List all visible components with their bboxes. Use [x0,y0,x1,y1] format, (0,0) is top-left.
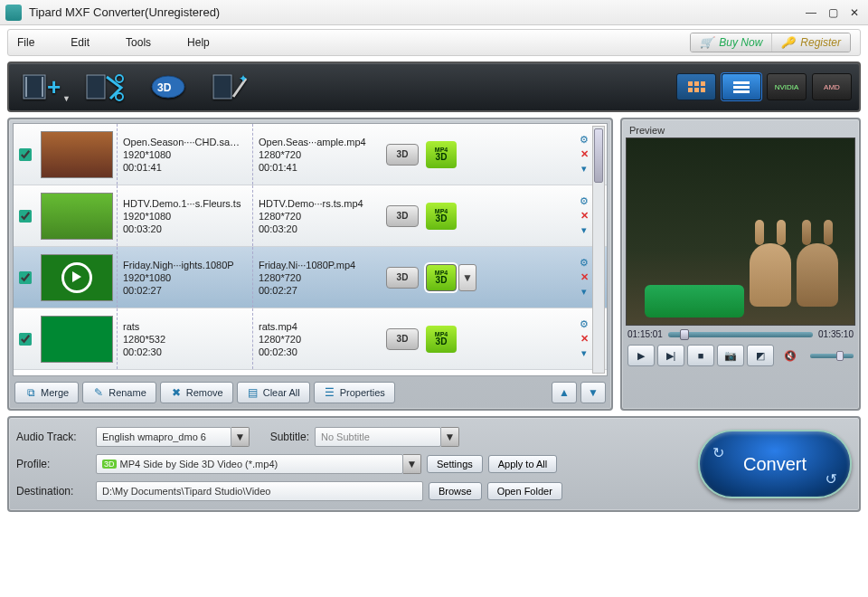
effect-button[interactable]: ✦ [206,69,257,105]
close-button[interactable]: ✕ [846,6,863,19]
format-badge[interactable]: MP43D [426,203,457,230]
open-folder-button[interactable]: Open Folder [487,482,562,500]
3d-badge[interactable]: 3D [386,328,419,350]
preview-video[interactable] [626,137,855,326]
format-dropdown[interactable]: ▼ [458,264,476,291]
file-checkbox[interactable] [19,271,32,284]
file-row[interactable]: HDTV.Demo.1···s.Fleurs.ts1920*108000:03:… [14,185,607,247]
menu-tools[interactable]: Tools [126,36,151,49]
dropdown-icon[interactable]: ▼ [403,454,421,474]
menu-file[interactable]: File [17,36,34,49]
volume-slider[interactable] [810,354,854,358]
gear-icon[interactable]: ⚙ [578,257,590,270]
3d-button[interactable]: 3D [143,69,193,105]
remove-label: Remove [186,387,223,398]
add-file-button[interactable]: + ▼ [16,69,67,105]
seek-knob[interactable] [680,329,689,340]
dropdown-icon[interactable]: ▼ [231,427,250,447]
settings-button[interactable]: Settings [427,455,483,473]
svg-text:+: + [47,73,61,100]
trim-button[interactable] [80,69,130,105]
src-filename: Open.Season····CHD.sample [123,137,247,147]
file-row[interactable]: Open.Season····CHD.sample1920*108000:01:… [14,124,607,185]
file-thumbnail[interactable] [41,254,113,301]
svg-rect-1 [25,77,27,97]
key-icon: 🔑 [781,36,795,49]
file-row[interactable]: rats1280*53200:02:30rats.mp41280*72000:0… [14,308,607,370]
seek-slider[interactable] [668,332,813,337]
step-button[interactable]: ▶| [657,345,684,366]
subtitle-label: Subtitle: [255,431,309,443]
subtitle-select[interactable]: No Subtitle [315,427,441,447]
src-resolution: 1920*1080 [123,149,247,160]
gear-icon[interactable]: ⚙ [578,195,590,208]
profile-select[interactable]: 3DMP4 Side by Side 3D Video (*.mp4) [96,454,403,474]
3d-badge[interactable]: 3D [386,144,419,166]
file-row[interactable]: Friday.Nigh···ights.1080P1920*108000:02:… [14,247,607,308]
expand-icon[interactable]: ▾ [578,224,590,237]
3d-badge[interactable]: 3D [386,267,419,289]
format-badge[interactable]: MP43D [426,326,457,353]
audio-track-select[interactable]: English wmapro_dmo 6 [96,427,231,447]
menu-help[interactable]: Help [187,36,210,49]
menubar: File Edit Tools Help 🛒 Buy Now 🔑 Registe… [7,29,861,56]
app-icon [5,5,22,21]
properties-button[interactable]: ☰Properties [314,382,395,403]
register-button[interactable]: 🔑 Register [771,33,850,52]
menu-edit[interactable]: Edit [71,36,90,49]
rename-button[interactable]: ✎Rename [82,382,156,403]
move-down-button[interactable]: ▼ [580,382,606,403]
scrollbar[interactable] [592,126,605,374]
amd-indicator[interactable]: AMD [812,73,852,100]
file-checkbox[interactable] [19,148,32,161]
stop-button[interactable]: ■ [687,345,714,366]
mute-button[interactable]: 🔇 [777,345,804,366]
expand-icon[interactable]: ▾ [578,286,590,298]
nvidia-indicator[interactable]: NVIDIA [767,73,807,100]
expand-icon[interactable]: ▾ [578,347,590,360]
clear-label: Clear All [263,387,300,398]
svg-text:3D: 3D [157,81,172,94]
compare-button[interactable]: ◩ [747,345,774,366]
move-up-button[interactable]: ▲ [552,382,577,403]
destination-input[interactable]: D:\My Documents\Tipard Studio\Video [96,481,423,501]
delete-icon[interactable]: ✕ [578,333,590,346]
file-thumbnail[interactable] [41,316,113,363]
play-button[interactable]: ▶ [627,345,655,366]
buy-now-label: Buy Now [719,36,762,49]
buy-now-button[interactable]: 🛒 Buy Now [691,33,771,52]
convert-button[interactable]: ↻ Convert ↻ [698,430,852,498]
src-duration: 00:02:30 [123,346,247,357]
time-total: 01:35:10 [818,329,854,339]
minimize-button[interactable]: — [803,6,819,19]
3d-badge[interactable]: 3D [386,205,419,227]
maximize-button[interactable]: ▢ [825,6,841,19]
file-checkbox[interactable] [19,333,32,346]
file-checkbox[interactable] [19,210,32,223]
preview-pane: Preview 01:15:01 01:35:10 ▶ ▶| ■ 📷 ◩ 🔇 [620,118,861,411]
format-badge[interactable]: MP43D [426,264,457,291]
snapshot-button[interactable]: 📷 [717,345,744,366]
view-list-button[interactable] [722,73,761,100]
delete-icon[interactable]: ✕ [578,271,590,284]
gear-icon[interactable]: ⚙ [578,134,590,147]
format-badge[interactable]: MP43D [426,141,457,168]
view-grid-button[interactable] [676,73,716,100]
props-icon: ☰ [324,386,336,399]
expand-icon[interactable]: ▾ [578,163,590,175]
dst-resolution: 1280*720 [259,272,373,283]
delete-icon[interactable]: ✕ [578,210,590,223]
merge-button[interactable]: ⧉Merge [14,382,79,403]
browse-button[interactable]: Browse [429,482,482,500]
clear-all-button[interactable]: ▤Clear All [237,382,310,403]
scrollbar-thumb[interactable] [594,128,603,183]
dst-filename: Friday.Ni···1080P.mp4 [259,260,373,270]
apply-all-button[interactable]: Apply to All [488,455,557,473]
dropdown-icon[interactable]: ▼ [441,427,459,447]
delete-icon[interactable]: ✕ [578,148,590,161]
remove-button[interactable]: ✖Remove [160,382,233,403]
file-thumbnail[interactable] [41,131,113,178]
file-thumbnail[interactable] [41,193,113,240]
gear-icon[interactable]: ⚙ [578,318,590,331]
volume-knob[interactable] [836,351,844,361]
